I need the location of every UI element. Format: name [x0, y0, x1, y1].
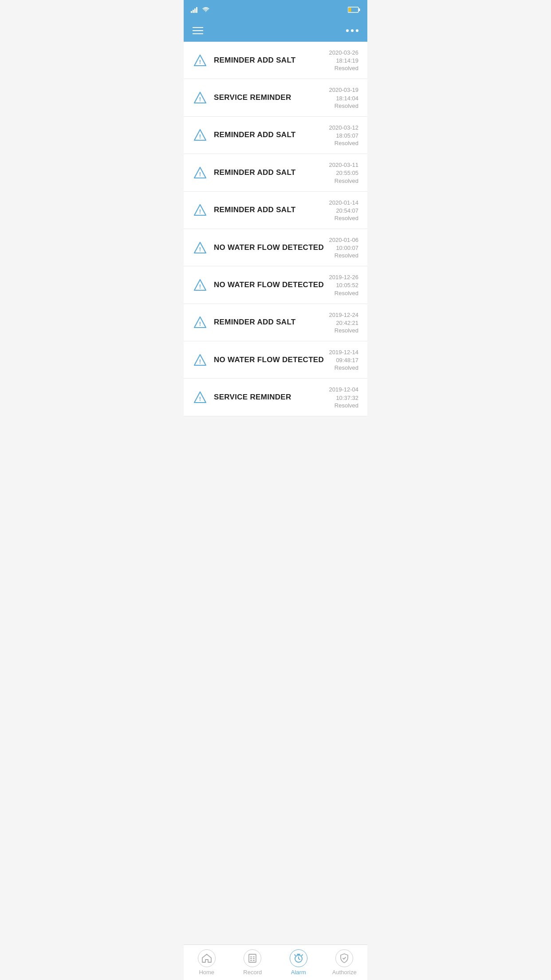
status-right	[346, 7, 360, 13]
alarm-datetime: 2020-01-0610:00:07	[329, 236, 359, 252]
alarm-meta: 2019-12-1409:48:17 Resolved	[329, 348, 359, 371]
content-wrapper: ! REMINDER ADD SALT 2020-03-2618:14:19 R…	[184, 42, 367, 452]
alarm-datetime: 2020-01-1420:54:07	[329, 199, 359, 215]
alarm-warning-icon: !	[193, 127, 208, 142]
alarm-meta: 2019-12-2610:05:52 Resolved	[329, 273, 359, 296]
alarm-meta: 2019-12-0410:37:32 Resolved	[329, 386, 359, 408]
alarm-item[interactable]: ! REMINDER ADD SALT 2020-01-1420:54:07 R…	[184, 192, 367, 229]
alarm-status: Resolved	[329, 178, 359, 184]
menu-button[interactable]	[193, 27, 203, 34]
alarm-warning-icon: !	[193, 390, 208, 405]
alarm-datetime: 2020-03-1918:14:04	[329, 86, 359, 102]
alarm-datetime: 2020-03-2618:14:19	[329, 49, 359, 65]
battery-icon	[348, 7, 360, 13]
alarm-status: Resolved	[329, 103, 359, 109]
alarm-status: Resolved	[329, 364, 359, 371]
alarm-name: REMINDER ADD SALT	[214, 56, 329, 65]
alarm-status: Resolved	[329, 327, 359, 334]
alarm-datetime: 2019-12-2610:05:52	[329, 273, 359, 289]
alarm-meta: 2020-03-1918:14:04 Resolved	[329, 86, 359, 109]
alarm-name: NO WATER FLOW DETECTED	[214, 281, 329, 289]
alarm-list: ! REMINDER ADD SALT 2020-03-2618:14:19 R…	[184, 42, 367, 416]
alarm-item[interactable]: ! SERVICE REMINDER 2019-12-0410:37:32 Re…	[184, 379, 367, 416]
alarm-warning-icon: !	[193, 53, 208, 68]
alarm-warning-icon: !	[193, 202, 208, 217]
svg-rect-5	[359, 8, 360, 11]
svg-text:!: !	[199, 320, 201, 327]
alarm-datetime: 2019-12-2420:42:21	[329, 311, 359, 327]
alarm-warning-icon: !	[193, 240, 208, 255]
alarm-datetime: 2020-03-1120:55:05	[329, 161, 359, 177]
alarm-status: Resolved	[329, 252, 359, 259]
svg-rect-1	[193, 10, 194, 13]
alarm-item[interactable]: ! NO WATER FLOW DETECTED 2019-12-1409:48…	[184, 341, 367, 379]
alarm-status: Resolved	[329, 140, 359, 146]
alarm-warning-icon: !	[193, 90, 208, 105]
alarm-item[interactable]: ! NO WATER FLOW DETECTED 2019-12-2610:05…	[184, 266, 367, 304]
alarm-item[interactable]: ! REMINDER ADD SALT 2020-03-1120:55:05 R…	[184, 154, 367, 191]
alarm-meta: 2020-03-1218:05:07 Resolved	[329, 124, 359, 146]
alarm-name: REMINDER ADD SALT	[214, 168, 329, 177]
alarm-item[interactable]: ! REMINDER ADD SALT 2020-03-1218:05:07 R…	[184, 117, 367, 154]
alarm-name: REMINDER ADD SALT	[214, 130, 329, 139]
alarm-item[interactable]: ! SERVICE REMINDER 2020-03-1918:14:04 Re…	[184, 79, 367, 116]
alarm-datetime: 2019-12-0410:37:32	[329, 386, 359, 402]
alarm-warning-icon: !	[193, 277, 208, 292]
svg-rect-3	[196, 7, 197, 13]
alarm-name: SERVICE REMINDER	[214, 93, 329, 102]
svg-text:!: !	[199, 59, 201, 65]
svg-text:!: !	[199, 358, 201, 365]
svg-text:!: !	[199, 133, 201, 140]
alarm-name: NO WATER FLOW DETECTED	[214, 243, 329, 252]
svg-text:!: !	[199, 395, 201, 402]
alarm-meta: 2020-01-0610:00:07 Resolved	[329, 236, 359, 259]
status-bar	[184, 0, 367, 20]
alarm-warning-icon: !	[193, 352, 208, 368]
alarm-item[interactable]: ! REMINDER ADD SALT 2019-12-2420:42:21 R…	[184, 304, 367, 341]
wifi-icon	[202, 7, 209, 13]
alarm-status: Resolved	[329, 402, 359, 409]
status-left	[191, 7, 209, 13]
app-header	[184, 20, 367, 42]
svg-text:!: !	[199, 246, 201, 253]
svg-rect-6	[349, 8, 351, 12]
alarm-name: REMINDER ADD SALT	[214, 318, 329, 327]
alarm-status: Resolved	[329, 290, 359, 296]
alarm-name: SERVICE REMINDER	[214, 393, 329, 402]
svg-text:!: !	[199, 171, 201, 178]
alarm-warning-icon: !	[193, 165, 208, 180]
alarm-status: Resolved	[329, 215, 359, 221]
alarm-meta: 2020-03-2618:14:19 Resolved	[329, 49, 359, 71]
svg-text:!: !	[199, 283, 201, 290]
alarm-datetime: 2020-03-1218:05:07	[329, 124, 359, 140]
alarm-item[interactable]: ! REMINDER ADD SALT 2020-03-2618:14:19 R…	[184, 42, 367, 79]
alarm-status: Resolved	[329, 65, 359, 71]
alarm-meta: 2020-03-1120:55:05 Resolved	[329, 161, 359, 184]
svg-text:!: !	[199, 96, 201, 103]
options-button[interactable]	[346, 29, 358, 32]
alarm-meta: 2020-01-1420:54:07 Resolved	[329, 199, 359, 221]
signal-icon	[191, 7, 199, 13]
svg-text:!: !	[199, 208, 201, 215]
svg-rect-0	[191, 11, 192, 13]
alarm-item[interactable]: ! NO WATER FLOW DETECTED 2020-01-0610:00…	[184, 229, 367, 266]
alarm-name: REMINDER ADD SALT	[214, 205, 329, 214]
alarm-name: NO WATER FLOW DETECTED	[214, 356, 329, 364]
alarm-meta: 2019-12-2420:42:21 Resolved	[329, 311, 359, 334]
alarm-warning-icon: !	[193, 315, 208, 330]
alarm-datetime: 2019-12-1409:48:17	[329, 348, 359, 364]
svg-rect-2	[194, 8, 196, 13]
